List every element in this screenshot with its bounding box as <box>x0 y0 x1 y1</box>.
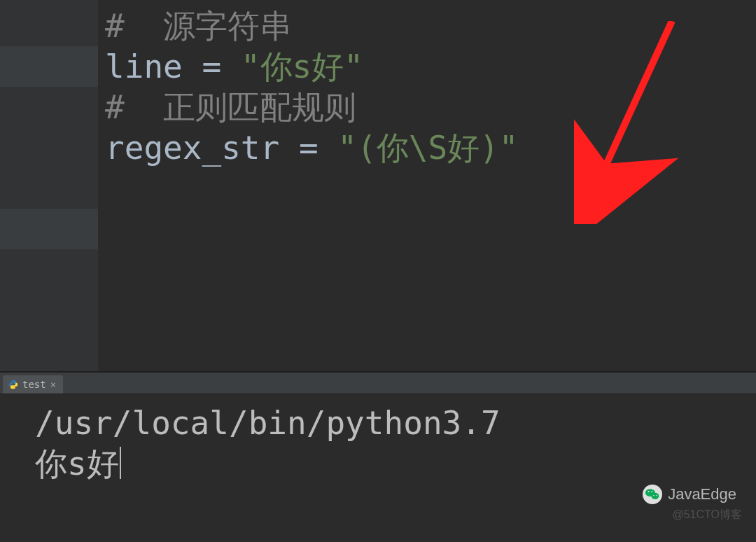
tab-label: test <box>22 379 46 390</box>
comment-text: # 正则匹配规则 <box>105 88 356 126</box>
variable-name: regex_str <box>105 129 279 167</box>
console-line-output: 你s好 <box>35 443 756 484</box>
code-line-assign: line = "你s好" <box>98 46 756 87</box>
gutter-highlight <box>0 46 98 87</box>
wechat-icon <box>643 485 662 504</box>
svg-point-5 <box>651 491 652 492</box>
code-editor[interactable]: # 源字符串 line = "你s好" # 正则匹配规则 regex_str =… <box>0 0 756 372</box>
watermark-wechat: JavaEdge <box>643 485 736 504</box>
variable-name: line <box>105 48 183 85</box>
code-area[interactable]: # 源字符串 line = "你s好" # 正则匹配规则 regex_str =… <box>98 0 756 371</box>
close-icon[interactable]: × <box>50 380 56 389</box>
console-output-text: 你s好 <box>35 445 119 482</box>
svg-point-7 <box>656 495 657 496</box>
code-line-comment: # 源字符串 <box>98 6 756 46</box>
watermark-wechat-text: JavaEdge <box>668 485 736 503</box>
watermark-51cto: @51CTO博客 <box>672 508 742 522</box>
console-output[interactable]: /usr/local/bin/python3.7 你s好 <box>0 394 756 484</box>
code-line-assign: regex_str = "(你\S好)" <box>98 127 756 168</box>
python-file-icon <box>8 380 18 389</box>
operator: = <box>183 48 241 85</box>
comment-text: # 源字符串 <box>105 7 292 45</box>
console-line-path: /usr/local/bin/python3.7 <box>35 403 756 443</box>
string-literal: "(你\S好)" <box>337 129 518 167</box>
svg-point-4 <box>648 491 650 492</box>
svg-point-6 <box>653 495 654 496</box>
gutter <box>0 0 98 371</box>
text-cursor <box>120 447 121 479</box>
svg-point-3 <box>652 493 659 499</box>
run-tabbar: test × <box>0 372 756 394</box>
operator: = <box>279 129 337 167</box>
gutter-highlight <box>0 209 98 249</box>
code-line-comment: # 正则匹配规则 <box>98 87 756 127</box>
string-literal: "你s好" <box>241 48 363 85</box>
run-tab-test[interactable]: test × <box>3 375 63 394</box>
